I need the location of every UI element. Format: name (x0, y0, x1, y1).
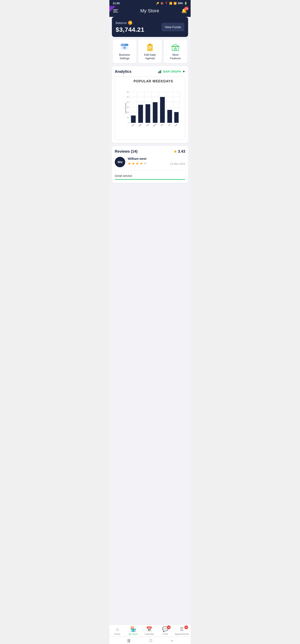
analytics-header: Analytics BAR GRAPH ▼ (115, 70, 185, 74)
svg-point-4 (124, 44, 125, 45)
store-icon (171, 42, 180, 52)
svg-rect-14 (148, 46, 152, 47)
svg-text:0: 0 (128, 122, 129, 124)
location-icon: 📍 (165, 2, 168, 5)
page-title: My Store (140, 8, 159, 14)
notification-bell-wrap[interactable]: 🔔 112 (181, 8, 187, 14)
balance-amount: $3,744.21 (116, 26, 144, 33)
svg-text:Appointments: Appointments (125, 102, 127, 114)
svg-rect-25 (160, 70, 161, 73)
svg-rect-11 (126, 48, 126, 48)
appointments-badge: 15 (184, 626, 188, 629)
view-funds-button[interactable]: View Funds (161, 23, 184, 31)
svg-point-26 (161, 70, 162, 71)
nav-chat[interactable]: 💬 16 Chat (159, 626, 171, 635)
review-content: William west ★ ★ ★ ★ ★ 15 Mar 2024 (128, 157, 185, 167)
chevron-down-icon: ▼ (182, 70, 185, 73)
reviews-header: Reviews (14) ★ 3.43 (115, 149, 185, 154)
bar-tue (145, 104, 150, 123)
nav-appointments[interactable]: 🗓 15 Appointments (175, 626, 189, 635)
my-store-icon: 🏪 (130, 626, 136, 632)
nav-calendar[interactable]: 📅 Calendar (143, 626, 155, 635)
rating-star-icon: ★ (174, 149, 177, 154)
balance-card: Balance i $3,744.21 View Funds (112, 17, 188, 37)
svg-rect-21 (174, 48, 176, 51)
rating-value: 3.43 (178, 149, 185, 154)
app-header: My Store 🔔 112 (109, 6, 191, 17)
svg-point-2 (121, 44, 122, 45)
nav-calendar-label: Calendar (145, 633, 154, 635)
key-icon: 🔑 (156, 2, 159, 5)
svg-text:30: 30 (127, 106, 129, 108)
battery-text: 59% (178, 2, 183, 5)
analytics-section: Analytics BAR GRAPH ▼ POPULAR WEEKDAYS A… (112, 66, 188, 143)
svg-text:20: 20 (127, 111, 129, 113)
chart-type-label: BAR GRAPH (163, 70, 181, 73)
signal-icon: 📶 (174, 2, 177, 5)
bar-mon (138, 105, 143, 123)
svg-rect-13 (149, 44, 151, 45)
reviewer-name: William west (128, 157, 146, 160)
nav-home[interactable]: ⌂ Home (111, 626, 124, 635)
svg-text:Mon: Mon (138, 123, 142, 127)
svg-rect-9 (124, 49, 125, 50)
svg-text:Sat: Sat (174, 123, 178, 127)
status-bar: 11:20 🔑 🔇 📍 📶 📶 59% 🔋 (109, 0, 191, 6)
review-stars: ★ ★ ★ ★ ★ (128, 161, 147, 166)
bar-sat (174, 112, 179, 123)
bar-wed (153, 102, 158, 123)
svg-text:60: 60 (127, 91, 129, 93)
nav-my-store-label: My Store (129, 633, 138, 635)
svg-point-7 (124, 48, 125, 48)
quick-actions-row: BusinessSettings Edit DailyAgenda (112, 40, 188, 63)
ribbon-decoration (109, 6, 116, 12)
bar-chart: Appointments 60 50 40 30 20 10 0 (123, 85, 183, 131)
reviews-rating: ★ 3.43 (174, 149, 185, 154)
svg-text:Thu: Thu (160, 123, 164, 127)
home-icon: ⌂ (116, 626, 119, 632)
battery-icon: 🔋 (184, 2, 187, 5)
svg-rect-24 (159, 71, 160, 73)
clipboard-icon (145, 42, 155, 52)
review-highlight-line (115, 179, 185, 180)
balance-info-icon[interactable]: i (128, 21, 132, 25)
nav-chat-label: Chat (163, 633, 168, 635)
reviews-section: Reviews (14) ★ 3.43 Ww William west ★ ★ … (112, 146, 188, 183)
android-home[interactable]: □ (150, 638, 152, 643)
reviews-title: Reviews (14) (115, 149, 137, 154)
svg-text:10: 10 (127, 116, 129, 119)
wifi-icon: 📶 (169, 2, 172, 5)
nav-my-store[interactable]: 🏪 My Store (127, 626, 140, 635)
chart-type-selector[interactable]: BAR GRAPH ▼ (158, 70, 185, 74)
bottom-navigation: ⌂ Home 🏪 My Store 📅 Calendar 💬 16 Chat 🗓… (109, 624, 191, 636)
calendar-icon: 📅 (146, 626, 152, 632)
nav-appointments-label: Appointments (175, 633, 189, 635)
business-settings-card[interactable]: BusinessSettings (113, 40, 136, 63)
svg-text:40: 40 (127, 101, 129, 103)
business-settings-icon (120, 42, 129, 52)
chat-badge: 16 (167, 626, 171, 629)
android-back[interactable]: ‹ (171, 638, 173, 643)
svg-text:Fri: Fri (168, 124, 171, 126)
svg-rect-23 (158, 72, 159, 73)
nav-home-label: Home (114, 633, 120, 635)
chart-title: POPULAR WEEKDAYS (123, 80, 183, 83)
android-recents[interactable]: ||| (127, 638, 130, 643)
reviewer-avatar: Ww (115, 157, 125, 167)
android-nav: ||| □ ‹ (109, 637, 191, 644)
svg-rect-10 (123, 48, 124, 48)
svg-text:Sun: Sun (131, 123, 135, 127)
store-features-label: StoreFeatures (170, 53, 181, 60)
analytics-title: Analytics (115, 70, 131, 74)
mute-icon: 🔇 (160, 2, 164, 5)
bar-fri (167, 110, 172, 123)
balance-info: Balance i $3,744.21 (116, 21, 144, 33)
svg-rect-16 (148, 48, 150, 49)
store-features-card[interactable]: StoreFeatures (164, 40, 187, 63)
review-item: Ww William west ★ ★ ★ ★ ★ 15 Mar 2024 (115, 157, 185, 170)
review-text: Great service (115, 172, 185, 178)
edit-daily-agenda-label: Edit DailyAgenda (144, 53, 156, 60)
appointments-icon: 🗓 (179, 626, 184, 632)
bar-sun (131, 116, 136, 123)
edit-daily-agenda-card[interactable]: Edit DailyAgenda (138, 40, 162, 63)
